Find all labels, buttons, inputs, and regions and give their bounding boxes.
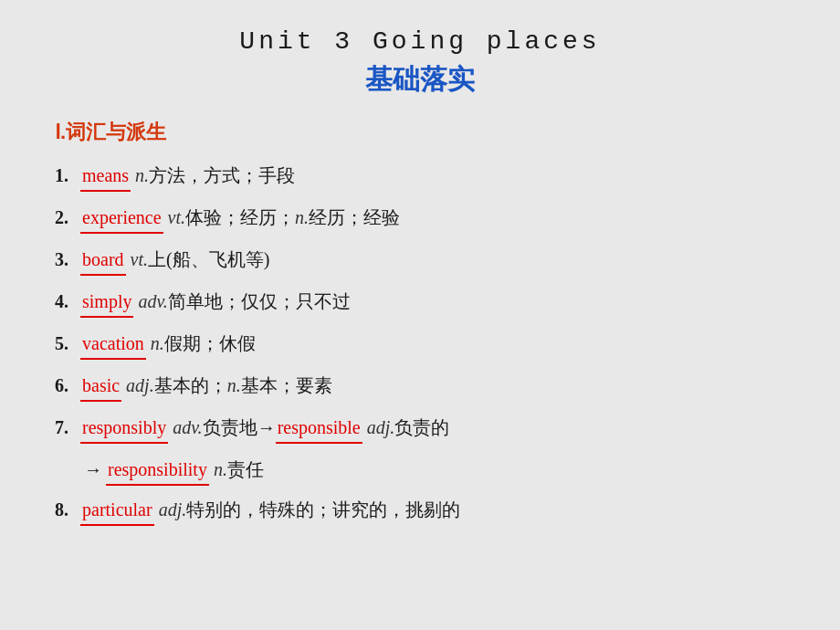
list-item: 8. particular adj. 特别的，特殊的；讲究的，挑剔的 (55, 495, 785, 526)
pos-adv: adv. (173, 413, 202, 442)
answer-word: vacation (80, 329, 146, 360)
list-item: 2. experience vt. 体验；经历； n. 经历；经验 (55, 203, 785, 234)
answer-word: means (80, 161, 131, 192)
pos-label: n. (151, 329, 164, 358)
pos-label: n. (135, 161, 149, 190)
item-number: 7. (55, 413, 80, 442)
page: Unit 3 Going places 基础落实 Ⅰ.词汇与派生 1. mean… (0, 0, 840, 630)
list-item: 1. means n. 方法，方式；手段 (55, 161, 785, 192)
item-number: 1. (55, 161, 80, 190)
list-item: 3. board vt. 上(船、飞机等) (55, 245, 785, 276)
definition-text: 体验；经历； (185, 203, 295, 232)
title-chinese: 基础落实 (55, 61, 785, 99)
answer-responsible: responsible (276, 413, 362, 444)
item-number: 2. (55, 203, 80, 232)
arrow-symbol: → (84, 455, 102, 484)
answer-word: experience (80, 203, 163, 234)
answer-word: board (80, 245, 126, 276)
definition-text: 特别的，特殊的；讲究的，挑剔的 (186, 495, 460, 524)
pos-label-n: n. (295, 203, 309, 232)
answer-word: basic (80, 371, 121, 402)
definition-text-2: 经历；经验 (309, 203, 400, 232)
def-3: 责任 (227, 455, 264, 484)
list-item: 4. simply adv. 简单地；仅仅；只不过 (55, 287, 785, 318)
pos-n: n. (214, 455, 227, 484)
title-english: Unit 3 Going places (55, 27, 785, 56)
pos-adj: adj. (367, 413, 395, 442)
list-item: 6. basic adj. 基本的； n. 基本；要素 (55, 371, 785, 402)
list-item-row2: → responsibility n. 责任 (55, 455, 785, 486)
definition-text-1: 基本的； (154, 371, 227, 400)
item-number: 4. (55, 287, 80, 316)
definition-text: 假期；休假 (164, 329, 256, 358)
list-item: 5. vacation n. 假期；休假 (55, 329, 785, 360)
pos-label-adj: adj. (126, 371, 154, 400)
definition-text-2: 基本；要素 (241, 371, 332, 400)
pos-label-n: n. (227, 371, 241, 400)
def-2: 负责的 (394, 413, 449, 442)
definition-text: 上(船、飞机等) (148, 245, 269, 274)
item-number: 5. (55, 329, 80, 358)
list-item: 7. responsibly adv. 负责地→ responsible adj… (55, 413, 785, 444)
definition-text: 方法，方式；手段 (149, 161, 295, 190)
pos-label: adv. (138, 287, 167, 316)
answer-responsibility: responsibility (106, 455, 209, 486)
item-number: 8. (55, 495, 80, 524)
answer-word: simply (80, 287, 133, 318)
section-heading: Ⅰ.词汇与派生 (55, 119, 785, 146)
pos-label: vt. (168, 203, 185, 232)
definition-text: 简单地；仅仅；只不过 (168, 287, 351, 316)
item-number: 6. (55, 371, 80, 400)
pos-label: vt. (131, 245, 148, 274)
answer-word: particular (80, 495, 154, 526)
pos-label: adj. (159, 495, 187, 524)
item-number: 3. (55, 245, 80, 274)
answer-responsibly: responsibly (80, 413, 168, 444)
def-responsible: 负责地→ (203, 413, 276, 442)
